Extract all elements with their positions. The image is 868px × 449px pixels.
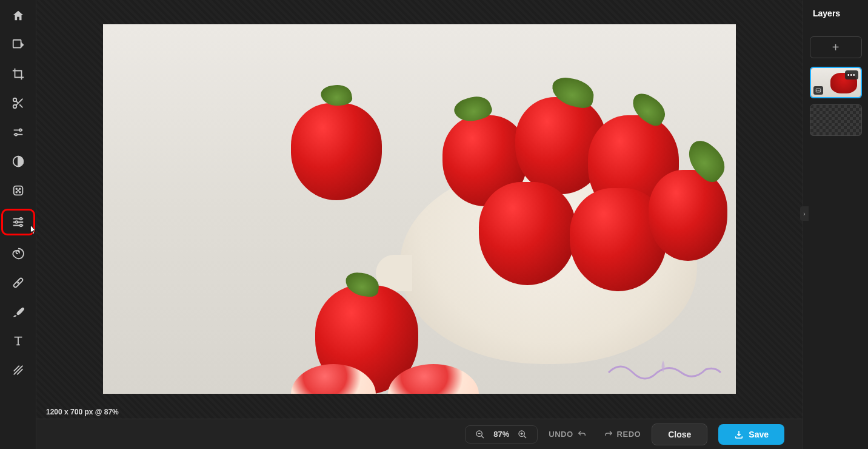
- undo-icon: [577, 430, 587, 439]
- redo-icon: [604, 430, 613, 439]
- layer-menu-icon[interactable]: •••: [845, 70, 858, 79]
- svg-point-10: [19, 192, 20, 193]
- arrange-tool[interactable]: [5, 34, 32, 56]
- crop-tool[interactable]: [5, 63, 32, 85]
- svg-point-16: [18, 282, 19, 283]
- bottom-bar: 87% UNDO REDO Close Save: [36, 419, 803, 449]
- svg-point-11: [18, 190, 19, 191]
- save-button[interactable]: Save: [718, 424, 784, 445]
- scissors-icon: [12, 96, 25, 110]
- retouch-tool[interactable]: [5, 272, 32, 294]
- download-icon: [734, 430, 744, 439]
- svg-point-7: [16, 188, 17, 189]
- svg-point-12: [19, 218, 22, 220]
- layer-thumbnail[interactable]: [810, 104, 862, 136]
- svg-point-8: [19, 188, 20, 189]
- svg-rect-0: [13, 40, 21, 48]
- text-icon: [12, 334, 25, 348]
- svg-point-1: [13, 98, 16, 102]
- svg-point-9: [16, 192, 17, 193]
- cutout-tool[interactable]: [5, 92, 32, 114]
- layer-thumbnail[interactable]: •••: [810, 67, 862, 98]
- add-layer-button[interactable]: +: [810, 36, 862, 58]
- zoom-controls: 87%: [465, 425, 538, 444]
- zoom-out-icon[interactable]: [475, 430, 485, 439]
- history-controls: UNDO REDO: [549, 430, 641, 439]
- svg-point-2: [13, 105, 16, 109]
- arrange-icon: [12, 38, 25, 52]
- image-layer-icon: [813, 86, 823, 95]
- filter-icon: [12, 215, 25, 229]
- home-tool[interactable]: [5, 5, 32, 27]
- bandage-icon: [12, 276, 25, 289]
- canvas[interactable]: [103, 24, 736, 394]
- contrast-icon: [12, 155, 25, 168]
- element-tool[interactable]: [5, 359, 32, 381]
- canvas-area: [36, 0, 803, 419]
- panel-collapse-handle[interactable]: ›: [800, 206, 809, 221]
- svg-point-3: [19, 129, 21, 132]
- left-toolbar: [0, 0, 36, 449]
- text-tool[interactable]: [5, 330, 32, 352]
- zoom-value[interactable]: 87%: [493, 430, 509, 439]
- effect-icon: [12, 184, 25, 197]
- ai-tool[interactable]: [5, 150, 32, 172]
- canvas-status: 1200 x 700 px @ 87%: [46, 408, 119, 416]
- close-button[interactable]: Close: [652, 424, 707, 445]
- zoom-in-icon[interactable]: [518, 430, 527, 439]
- svg-point-14: [19, 224, 22, 227]
- brush-icon: [12, 305, 25, 319]
- draw-tool[interactable]: [5, 301, 32, 323]
- watermark: [603, 351, 724, 382]
- svg-point-4: [15, 133, 17, 136]
- undo-button[interactable]: UNDO: [549, 430, 586, 439]
- home-icon: [12, 9, 25, 22]
- layers-title: Layers: [813, 8, 840, 18]
- svg-point-13: [15, 221, 18, 223]
- filter-tool[interactable]: [1, 209, 35, 235]
- adjust-tool[interactable]: [5, 121, 32, 143]
- crop-icon: [12, 67, 25, 81]
- redo-button[interactable]: REDO: [604, 430, 641, 439]
- layers-panel: Layers + •••: [803, 0, 868, 449]
- sliders-icon: [12, 126, 25, 139]
- hatch-icon: [12, 363, 25, 377]
- effect-tool[interactable]: [5, 180, 32, 201]
- spiral-icon: [12, 247, 25, 260]
- liquify-tool[interactable]: [5, 243, 32, 265]
